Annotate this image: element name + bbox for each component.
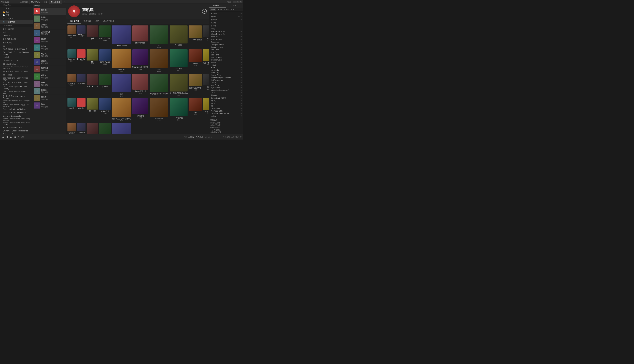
tab-browser[interactable]: 音乐测览器 bbox=[49, 0, 62, 4]
album-item[interactable]: funny girl 2005 bbox=[68, 50, 76, 72]
prev-button[interactable]: ⏮ bbox=[1, 136, 5, 138]
right-song-item[interactable]: Courageous Love 0 bbox=[210, 44, 242, 46]
right-song-item[interactable]: 依依差 4:18 bbox=[210, 15, 242, 18]
sidebar-playlist-encore-vinyl[interactable]: Eminem - 2004 - Encore (Vinyl) [FLAC 96k… bbox=[0, 104, 33, 108]
album-item[interactable]: 单曲 - 9:55 PM bbox=[87, 74, 98, 97]
minimize-btn[interactable]: — bbox=[233, 1, 236, 3]
performer-item-nhs[interactable]: 年 年画社 47张专辑 bbox=[33, 15, 66, 22]
sidebar-playlist-gone[interactable]: 00. Eminem – When I'm Gone bbox=[0, 70, 33, 73]
tab-music[interactable]: 音乐 bbox=[42, 0, 49, 4]
sidebar-playlist-qq[interactable]: QQ音乐歌单：欧美热歌606首 bbox=[0, 48, 33, 51]
sidebar-playlist-8mile2[interactable]: Eminem - 8 Mile (OST) Disc 2 bbox=[0, 111, 33, 114]
right-song-item[interactable]: Journey Alone 0 bbox=[210, 74, 242, 76]
sidebar-playlist-d12[interactable]: D12 - Devil's Night (The Dirty Edition) bbox=[0, 85, 33, 90]
sidebar-playlist-shit[interactable]: 00 - Shit On You bbox=[0, 62, 33, 66]
shuffle-button[interactable]: ⇄ bbox=[17, 136, 20, 138]
right-song-item[interactable]: Dear Fiona 0 bbox=[210, 54, 242, 56]
performer-item-lyj[interactable]: 李 李翊君 47张专辑 bbox=[33, 37, 66, 44]
performer-item-pl[interactable]: 彭 彭羚 40张专辑 bbox=[33, 80, 66, 88]
album-item[interactable]: Shining (feat. 薛凯琪) 2021 bbox=[132, 50, 148, 72]
right-song-item[interactable]: Dear Fiona 0 bbox=[210, 51, 242, 54]
artist-play-button[interactable]: ▶ bbox=[202, 9, 207, 14]
album-item[interactable]: 所有下雨天 2015 bbox=[203, 98, 209, 122]
nav-forward[interactable]: → bbox=[15, 1, 18, 3]
subtab-albums[interactable]: 专辑 & 统计 bbox=[68, 19, 81, 24]
filter-2020s[interactable]: 2020s bbox=[223, 8, 229, 11]
sidebar-playlist-d12cds[interactable]: D12 - Devil's Night (CDS)(497 569-2) bbox=[0, 90, 33, 95]
right-song-item[interactable]: 8月份 bbox=[210, 27, 242, 30]
track-stars[interactable]: ★★★★☆ bbox=[204, 136, 212, 138]
album-item[interactable]: 此时此刻 bbox=[77, 74, 86, 97]
settings-label[interactable]: 定位 bbox=[227, 0, 231, 3]
right-song-item[interactable]: Better Me 0 bbox=[210, 36, 242, 38]
right-song-item[interactable]: You Were Meant For Me 0 bbox=[210, 112, 242, 115]
tab-add[interactable]: + bbox=[62, 0, 67, 4]
album-item[interactable]: 恋恋 2018 bbox=[112, 74, 131, 97]
sidebar-playlist-recent[interactable]: 最近加入的 bbox=[0, 41, 33, 44]
sidebar-item-browser[interactable]: 🎵 音乐测览器 bbox=[0, 20, 33, 24]
sidebar-playlist-mm[interactable]: 00-eminem-the_marshall_mathers_lp-2000-L… bbox=[0, 66, 33, 70]
album-item[interactable]: (unknown) bbox=[87, 123, 98, 134]
right-song-item[interactable]: You And Me 0 bbox=[210, 107, 242, 110]
right-song-item[interactable]: My Choice X 0 bbox=[210, 86, 242, 89]
performer-item-mrxx[interactable]: 慕 慕容晓晓 42张专辑 bbox=[33, 66, 66, 73]
performer-item-xtf[interactable]: 谢 谢霆锋 42张专辑 bbox=[33, 58, 66, 66]
progress-track[interactable] bbox=[25, 137, 183, 137]
album-item[interactable]: 你我之间 2017 bbox=[132, 98, 148, 122]
stop-button[interactable]: ⏹ bbox=[14, 136, 16, 138]
album-item[interactable]: Tenacious 2013 bbox=[170, 50, 188, 72]
album-item[interactable]: 886 2014 bbox=[87, 26, 98, 48]
right-tab-playlist[interactable]: 播放列表 [DJ] bbox=[209, 4, 226, 8]
right-song-item[interactable]: My Choice(Instrumental) 0 bbox=[210, 89, 242, 92]
right-song-item[interactable]: Miss Fiona 0 bbox=[210, 84, 242, 86]
right-song-item[interactable]: Don't Let It Go 0 bbox=[210, 56, 242, 59]
subtab-more[interactable]: 更多专辑 bbox=[82, 19, 93, 24]
sidebar-playlist-encore-bonus[interactable]: Eminem – Encore [Bonus Disc] bbox=[0, 129, 33, 132]
album-item[interactable]: 闺蜜 电影原声带 2007 bbox=[189, 74, 202, 97]
performer-item-hyb[interactable]: 胡 胡彦斌 42张专辑 bbox=[33, 51, 66, 58]
album-item[interactable]: Tonight 2014 bbox=[189, 50, 202, 72]
subtab-similar[interactable]: 相似的演出者 bbox=[101, 19, 117, 24]
sidebar-playlist-taylor[interactable]: Taylor Swift - Fearless (Platinum Editio… bbox=[0, 51, 33, 56]
album-item[interactable]: 香港小姐 2022 bbox=[68, 123, 76, 134]
sidebar-playlist-drake[interactable]: Drake Featuring Kanye West, Lil' Wayne a… bbox=[0, 100, 33, 104]
performer-item-zfc[interactable]: 郑 郑富城 42张专辑 bbox=[33, 73, 66, 80]
right-song-item[interactable]: It's My Day 0 bbox=[210, 71, 242, 74]
sidebar-playlist-curtain[interactable]: Eminem - Curtain Calls bbox=[0, 126, 33, 129]
close-btn[interactable]: ✕ bbox=[239, 1, 242, 3]
album-item[interactable]: 彩云追月 2023 bbox=[68, 74, 76, 97]
right-song-item[interactable]: R-Learning 0 bbox=[210, 94, 242, 96]
sidebar-playlist-muaddib[interactable]: Muad'Dib bbox=[0, 34, 33, 38]
performer-item-zgl[interactable]: 张 张国荣 46张专辑 bbox=[33, 22, 66, 30]
sidebar-playlist-d12b[interactable]: D12 - Devil's Night (The Dirty Edition) … bbox=[0, 81, 33, 85]
album-item[interactable]: "F" Best 2013 bbox=[77, 26, 86, 48]
performer-item-zxz[interactable]: 张 张信哲 43张专辑 bbox=[33, 44, 66, 51]
sidebar-item-music[interactable]: ♪ 音乐 bbox=[0, 7, 33, 10]
right-song-item[interactable]: All You Need Is Me 0 bbox=[210, 30, 242, 33]
album-item[interactable]: 库哈哈的另一个 2021 bbox=[132, 74, 148, 97]
performer-item-zxy[interactable]: 张 张学友 36张专辑 bbox=[33, 95, 66, 102]
sidebar-playlist-cleanin-cds[interactable]: Eminem - Cleanin' Out My Closet (CDS)(49… bbox=[0, 118, 33, 122]
right-song-item[interactable]: Just Believe (Instrumental) 0 bbox=[210, 76, 242, 79]
right-song-item[interactable]: Just You And Me 0 bbox=[210, 79, 242, 82]
album-item[interactable]: (unknown) bbox=[99, 123, 111, 134]
album-item[interactable]: 点水蜻蜓 bbox=[99, 74, 111, 97]
filter-2000s[interactable]: 2000s bbox=[210, 8, 216, 11]
play-pause-button[interactable]: ⏸ bbox=[6, 136, 9, 138]
sidebar-playlist-eminem-e[interactable]: Eminem - E - 2004 bbox=[0, 59, 33, 62]
album-item[interactable]: 南菊街王子 2012 bbox=[68, 26, 76, 48]
album-item[interactable]: 那一个我 bbox=[87, 98, 98, 122]
subtab-info[interactable]: 信息 bbox=[93, 19, 101, 24]
album-item[interactable]: Dream of Love bbox=[112, 26, 131, 48]
album-item[interactable]: 库哈哈的另一个 - Single- bbox=[150, 74, 168, 97]
tab-muaddib[interactable]: MUAD'DIB bbox=[30, 0, 42, 4]
sidebar-playlist-smartdj[interactable]: 智能 DJ bbox=[0, 31, 33, 34]
right-song-item[interactable]: You Need Is Me 0 bbox=[210, 110, 242, 112]
sidebar-item-history[interactable]: 🕐 历史 bbox=[0, 14, 33, 17]
right-song-item[interactable]: 火力全开 0 bbox=[210, 12, 242, 15]
sidebar-playlist-encore[interactable]: Eminem – Encore bbox=[0, 132, 33, 134]
right-song-item[interactable]: Dear Fiona 0 bbox=[210, 48, 242, 51]
sidebar-playlist-djmovies[interactable]: DJ-影视 bbox=[0, 56, 33, 59]
sidebar-item-nowplaying[interactable]: ▶ 正在播放 bbox=[0, 17, 33, 20]
sidebar-playlist-pl[interactable]: 00. Playlist bbox=[0, 73, 33, 76]
